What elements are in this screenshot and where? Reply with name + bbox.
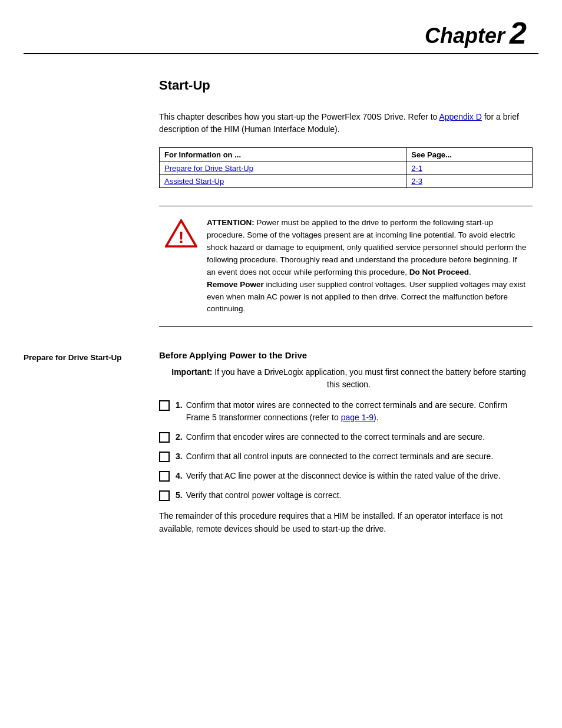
step-checkbox [159, 490, 170, 501]
table-link-col1-0[interactable]: Prepare for Drive Start-Up [164, 164, 253, 173]
main-content: Start-Up This chapter describes how you … [159, 72, 533, 344]
table-cell-col2-1[interactable]: 2-3 [406, 175, 533, 188]
table-cell-col1-1[interactable]: Assisted Start-Up [160, 175, 406, 188]
step-checkbox [159, 432, 170, 443]
section-body: Before Applying Power to the Drive Impor… [159, 350, 533, 535]
chapter-number: 2 [510, 18, 527, 48]
step-item: 4.Verify that AC line power at the disco… [159, 470, 533, 482]
header-rule [24, 53, 538, 54]
footer-text: The remainder of this procedure requires… [159, 510, 533, 535]
step-text-5: Verify that control power voltage is cor… [186, 489, 533, 502]
warning-icon: ! [165, 219, 197, 249]
section-container: Prepare for Drive Start-Up Before Applyi… [0, 344, 562, 547]
warning-triangle-svg: ! [165, 219, 197, 248]
attention-text: ATTENTION: Power must be applied to the … [207, 217, 527, 315]
left-sidebar [24, 72, 159, 344]
table-cell-col2-0[interactable]: 2-1 [406, 162, 533, 175]
attention-period: . [469, 268, 471, 276]
table-cell-col1-0[interactable]: Prepare for Drive Start-Up [160, 162, 406, 175]
section-heading: Before Applying Power to the Drive [159, 350, 533, 360]
step-checkbox [159, 452, 170, 462]
step-link-1[interactable]: page 1-9 [341, 413, 373, 422]
attention-bold2: Remove Power [207, 280, 264, 289]
step-number-3: 3. [176, 450, 183, 463]
table-row: Assisted Start-Up2-3 [160, 175, 533, 188]
step-checkbox [159, 471, 170, 482]
step-item: 3.Confirm that all control inputs are co… [159, 450, 533, 463]
step-text-4: Verify that AC line power at the disconn… [186, 470, 533, 482]
intro-text1: This chapter describes how you start-up … [159, 112, 437, 121]
important-paragraph: Important: If you have a DriveLogix appl… [159, 366, 533, 391]
header: Chapter 2 [0, 0, 562, 53]
step-checkbox [159, 400, 170, 411]
table-link-col1-1[interactable]: Assisted Start-Up [164, 177, 224, 186]
appendix-d-link[interactable]: Appendix D [439, 112, 481, 121]
sidebar-section-label: Prepare for Drive Start-Up [24, 350, 159, 364]
step-text-3: Confirm that all control inputs are conn… [186, 450, 533, 463]
step-number-5: 5. [176, 489, 183, 502]
step-list: 1.Confirm that motor wires are connected… [159, 399, 533, 502]
important-body: If you have a DriveLogix application, yo… [214, 367, 525, 389]
step-number-1: 1. [176, 399, 183, 411]
table-link-col2-0[interactable]: 2-1 [411, 164, 422, 173]
attention-body1: Power must be applied to the drive to pe… [207, 218, 527, 276]
important-label: Important: [171, 367, 212, 377]
section-sidebar: Prepare for Drive Start-Up [24, 350, 159, 535]
attention-bold1: Do Not Proceed [409, 268, 469, 276]
svg-text:!: ! [178, 229, 184, 247]
content-area: Start-Up This chapter describes how you … [0, 66, 562, 344]
page: Chapter 2 Start-Up This chapter describe… [0, 0, 562, 728]
step-number-2: 2. [176, 431, 183, 443]
step-text-2: Confirm that encoder wires are connected… [186, 431, 533, 443]
step-number-4: 4. [176, 470, 183, 482]
attention-box: ! ATTENTION: Power must be applied to th… [159, 206, 533, 327]
info-table: For Information on ... See Page... Prepa… [159, 147, 533, 188]
table-col1-header: For Information on ... [160, 148, 406, 162]
step-item: 1.Confirm that motor wires are connected… [159, 399, 533, 424]
table-col2-header: See Page... [406, 148, 533, 162]
table-row: Prepare for Drive Start-Up2-1 [160, 162, 533, 175]
step-text-1: Confirm that motor wires are connected t… [186, 399, 533, 424]
intro-paragraph: This chapter describes how you start-up … [159, 111, 533, 136]
attention-label: ATTENTION: [207, 218, 254, 227]
step-item: 2.Confirm that encoder wires are connect… [159, 431, 533, 443]
table-link-col2-1[interactable]: 2-3 [411, 177, 422, 186]
step-item: 5.Verify that control power voltage is c… [159, 489, 533, 502]
page-title: Start-Up [159, 78, 533, 93]
chapter-label: Chapter [425, 24, 505, 48]
